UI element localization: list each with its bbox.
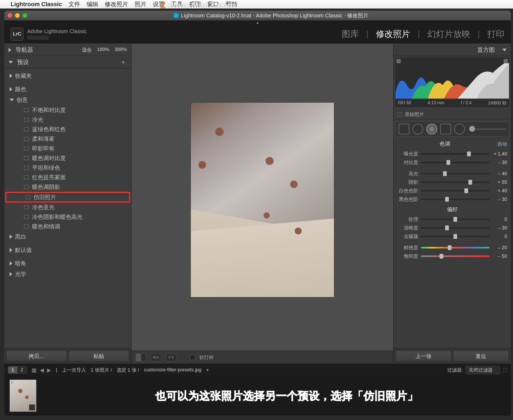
menu-photo[interactable]: 照片 [135, 0, 146, 8]
preset-group-vignette[interactable]: 暗角 [4, 258, 131, 269]
preset-item[interactable]: 红色提亮雾面 [4, 173, 131, 182]
center-toolbar: R A Y Y 软打样 [131, 351, 393, 364]
dehaze-slider[interactable]: 去朦胧0 [394, 232, 511, 241]
preset-item[interactable]: 暖色调阴影 [4, 182, 131, 192]
preset-icon [24, 118, 29, 122]
whites-slider[interactable]: 白色色阶+ 40 [394, 186, 511, 195]
prev-photo-icon[interactable]: ◀ [40, 367, 44, 373]
breadcrumb[interactable]: 上一次导入 [62, 367, 86, 373]
filmstrip[interactable]: 1 也可以为这张照片选择另一个预设，选择「仿旧照片」 [4, 376, 511, 416]
texture-slider[interactable]: 纹理0 [394, 215, 511, 224]
navigator-header[interactable]: 导航器 适合 100% 300% [4, 44, 131, 56]
auto-tone-button[interactable]: 自动 [498, 141, 507, 147]
menubar-appname[interactable]: Lightroom Classic [11, 1, 62, 8]
preset-icon [24, 147, 29, 150]
vibrance-slider[interactable]: 鲜艳度– 20 [394, 243, 511, 252]
reset-button[interactable]: 复位 [453, 351, 509, 362]
redeye-tool-icon[interactable] [426, 124, 437, 134]
clarity-slider[interactable]: 清晰度– 30 [394, 224, 511, 232]
preset-item[interactable]: 柔和薄雾 [4, 134, 131, 144]
preset-item[interactable]: 冷色亚光 [4, 203, 131, 212]
histogram-meta: ISO 50 4.13 mm f / 2.4 1/6800 秒 [395, 99, 509, 107]
softproof-checkbox[interactable] [190, 355, 195, 360]
contrast-slider[interactable]: 对比度– 30 [394, 158, 511, 167]
filter-select[interactable]: 关闭过滤器 [466, 366, 500, 374]
preset-item[interactable]: 不饱和对比度 [4, 105, 131, 115]
menu-develop[interactable]: 修改照片 [105, 0, 128, 8]
menu-file[interactable]: 文件 [68, 0, 80, 8]
preset-item[interactable]: 冷光 [4, 115, 131, 125]
preset-item-aged-photo[interactable]: 仿旧照片 [6, 192, 130, 202]
zoom-fit[interactable]: 适合 [82, 47, 92, 53]
add-preset-icon[interactable]: +. [121, 59, 127, 66]
preset-icon [26, 195, 30, 199]
preset-item[interactable]: 冷色阴影和暖色高光 [4, 212, 131, 222]
presets-list: 收藏夹 颜色 创意 不饱和对比度 冷光 蓝绿色和红色 柔和薄雾 即影即有 暖色调… [4, 68, 131, 348]
saturation-slider[interactable]: 饱和度– 50 [394, 252, 511, 260]
brush-size-slider[interactable] [468, 128, 506, 130]
preview-image[interactable] [191, 103, 334, 297]
histogram[interactable] [395, 58, 509, 99]
gradient-tool-icon[interactable] [440, 124, 451, 134]
checkbox-icon [398, 112, 402, 116]
menu-edit[interactable]: 编辑 [87, 0, 98, 8]
preset-item[interactable]: 暖色和情调 [4, 222, 131, 231]
preset-group-creative[interactable]: 创意 [4, 95, 131, 105]
filter-lock-icon[interactable]: ⬚ [503, 367, 507, 373]
previous-button[interactable]: 上一张 [396, 351, 452, 362]
meta-focal: 4.13 mm [428, 100, 444, 106]
preset-item[interactable]: 平坦和绿色 [4, 163, 131, 173]
meta-aperture: f / 2.4 [461, 100, 472, 106]
highlight-clip-icon[interactable] [504, 59, 508, 63]
highlights-slider[interactable]: 高光– 40 [394, 169, 511, 178]
preset-item[interactable]: 暖色调对比度 [4, 153, 131, 163]
preset-item[interactable]: 即影即有 [4, 144, 131, 153]
tool-strip [395, 122, 509, 137]
preset-icon [24, 137, 29, 141]
radial-tool-icon[interactable] [454, 124, 465, 134]
before-after-yy-icon[interactable]: Y Y [166, 353, 176, 361]
preset-icon [24, 108, 29, 112]
filmstrip-thumbnail[interactable]: 1 [10, 380, 36, 412]
preset-group-color[interactable]: 颜色 [4, 84, 131, 95]
left-panel: 导航器 适合 100% 300% 预设 +. 收藏夹 颜色 创意 [4, 44, 131, 364]
preset-group-optics[interactable]: 光学 [4, 269, 131, 279]
module-print[interactable]: 打印 [487, 28, 504, 40]
before-after-ra-icon[interactable]: R A [151, 353, 161, 361]
zoom-300[interactable]: 300% [115, 47, 127, 53]
zoom-100[interactable]: 100% [97, 47, 109, 53]
selected-count: 选定 1 张 / [117, 367, 139, 373]
module-develop[interactable]: 修改照片 [376, 28, 410, 40]
layout-segmented[interactable]: 12 [8, 366, 27, 374]
preset-group-favorites[interactable]: 收藏夹 [4, 71, 131, 81]
softproof-label: 软打样 [199, 354, 214, 361]
spot-heal-tool-icon[interactable] [413, 124, 423, 134]
paste-button[interactable]: 粘贴 [69, 351, 129, 362]
blacks-slider[interactable]: 黑色色阶– 30 [394, 195, 511, 204]
preset-group-defaults[interactable]: 默认值 [4, 245, 131, 255]
shadow-clip-icon[interactable] [397, 59, 401, 63]
thumb-index: 1 [11, 380, 13, 384]
tone-section-title: 色调 [397, 140, 492, 147]
top-panel-arrow-icon[interactable]: ▲ [4, 20, 511, 25]
shadows-slider[interactable]: 阴影+ 55 [394, 178, 511, 186]
grid-view-icon[interactable]: ▦ [32, 367, 37, 373]
loupe-view-icon[interactable] [136, 353, 146, 361]
zoom-icon[interactable] [22, 13, 27, 18]
preset-item[interactable]: 蓝绿色和红色 [4, 125, 131, 134]
identity-plate[interactable] [27, 36, 49, 40]
exposure-slider[interactable]: 曝光度+ 1.40 [394, 150, 511, 158]
preset-group-bw[interactable]: 黑白 [4, 231, 131, 242]
copy-button[interactable]: 拷贝… [6, 351, 67, 362]
module-slideshow[interactable]: 幻灯片放映 [428, 28, 470, 40]
annotation-overlay: 也可以为这张照片选择另一个预设，选择「仿旧照片」 [74, 388, 500, 403]
histogram-header[interactable]: 直方图 [394, 44, 511, 56]
original-photo-toggle[interactable]: 原始照片 [395, 109, 509, 119]
close-icon[interactable] [7, 13, 12, 18]
preset-icon [24, 127, 29, 131]
minimize-icon[interactable] [15, 13, 20, 18]
crop-tool-icon[interactable] [399, 124, 409, 134]
next-photo-icon[interactable]: ▶ [47, 367, 51, 373]
module-library[interactable]: 图库 [342, 28, 359, 40]
presets-header[interactable]: 预设 +. [4, 56, 131, 68]
